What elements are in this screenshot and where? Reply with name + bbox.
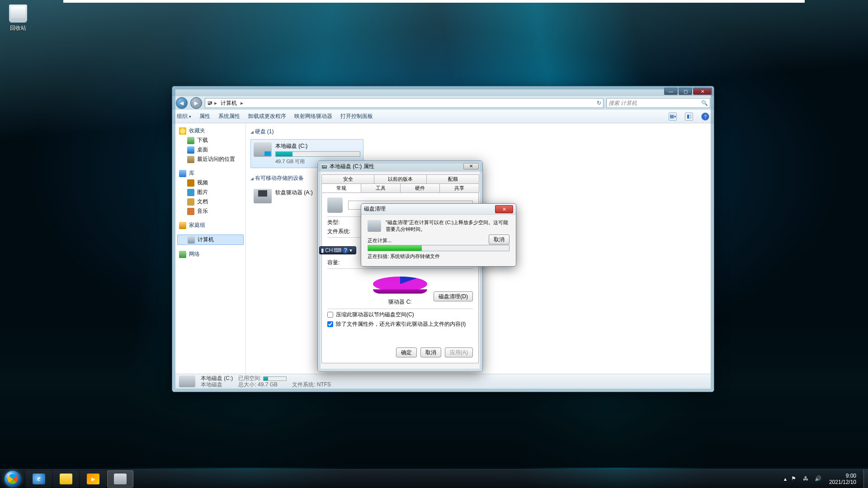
index-checkbox[interactable] xyxy=(327,321,333,327)
explorer-titlebar[interactable]: — ▢ ✕ xyxy=(172,86,714,96)
video-icon xyxy=(187,179,194,187)
group-hard-drives[interactable]: 硬盘 (1) xyxy=(250,126,706,137)
tab-sharing[interactable]: 共享 xyxy=(439,183,479,192)
compress-checkbox[interactable] xyxy=(327,312,333,318)
view-options-button[interactable]: ▦ xyxy=(669,113,677,121)
search-box[interactable]: 搜索 计算机 🔍 xyxy=(606,98,710,108)
star-icon xyxy=(179,127,186,135)
nav-forward-button[interactable]: ► xyxy=(190,97,202,109)
ime-lang: CH xyxy=(325,247,333,253)
sidebar-pictures[interactable]: 图片 xyxy=(175,188,245,197)
recycle-bin[interactable]: 回收站 xyxy=(5,5,32,32)
index-label: 除了文件属性外，还允许索引此驱动器上文件的内容(I) xyxy=(336,320,466,328)
music-icon xyxy=(187,208,194,215)
taskbar-media-player[interactable] xyxy=(80,470,106,488)
toolbar-map-drive[interactable]: 映射网络驱动器 xyxy=(294,113,332,120)
filesystem-label: 文件系统: xyxy=(327,228,354,235)
sidebar-computer[interactable]: 计算机 xyxy=(177,235,244,245)
status-drive-type: 本地磁盘 xyxy=(201,381,233,388)
top-white-strip xyxy=(63,0,805,3)
taskbar-explorer[interactable] xyxy=(53,470,79,488)
recent-icon xyxy=(187,156,194,163)
taskbar-ie[interactable] xyxy=(26,470,52,488)
sidebar-downloads[interactable]: 下载 xyxy=(175,136,245,145)
nav-back-button[interactable]: ◄ xyxy=(176,97,188,109)
homegroup-icon xyxy=(179,222,186,229)
tab-quota[interactable]: 配额 xyxy=(426,174,479,183)
disk-cleanup-dialog: 磁盘清理 ✕ "磁盘清理"正在计算可以在 (C:)上释放多少空间。这可能需要几分… xyxy=(361,203,516,267)
type-label: 类型: xyxy=(327,219,354,226)
sidebar-favorites[interactable]: 收藏夹 xyxy=(175,126,245,136)
help-icon[interactable]: ? xyxy=(701,113,709,121)
tab-general[interactable]: 常规 xyxy=(321,183,361,192)
close-button[interactable]: ✕ xyxy=(693,88,712,95)
search-icon: 🔍 xyxy=(701,100,708,106)
sidebar-libraries[interactable]: 库 xyxy=(175,169,245,178)
organize-menu[interactable]: 组织 xyxy=(177,113,191,120)
library-icon xyxy=(179,170,186,177)
explorer-status-bar: 本地磁盘 (C:) 本地磁盘 已用空间: 总大小: 49.7 GB 文件系统: … xyxy=(175,374,711,389)
sidebar-desktop[interactable]: 桌面 xyxy=(175,145,245,155)
network-icon xyxy=(179,251,186,258)
cancel-button[interactable]: 取消 xyxy=(420,347,441,357)
sidebar-homegroup[interactable]: 家庭组 xyxy=(175,221,245,230)
compress-checkbox-row[interactable]: 压缩此驱动器以节约磁盘空间(C) xyxy=(327,311,473,319)
ime-keyboard-icon[interactable]: ⌨ xyxy=(334,247,341,253)
hdd-icon xyxy=(254,142,272,157)
taskbar-clock[interactable]: 9:00 2021/12/10 xyxy=(826,473,859,485)
cleanup-titlebar[interactable]: 磁盘清理 ✕ xyxy=(361,204,516,215)
sidebar-recent[interactable]: 最近访问的位置 xyxy=(175,155,245,164)
sidebar-network[interactable]: 网络 xyxy=(175,249,245,259)
compress-label: 压缩此驱动器以节约磁盘空间(C) xyxy=(336,311,414,319)
breadcrumb-computer[interactable]: 计算机 xyxy=(219,99,239,107)
preview-pane-button[interactable]: ◧ xyxy=(685,113,693,121)
toolbar-properties[interactable]: 属性 xyxy=(199,113,210,120)
ime-help-icon[interactable]: ? xyxy=(342,247,349,253)
tab-hardware[interactable]: 硬件 xyxy=(400,183,440,192)
index-checkbox-row[interactable]: 除了文件属性外，还允许索引此驱动器上文件的内容(I) xyxy=(327,320,473,328)
tab-tools[interactable]: 工具 xyxy=(361,183,401,192)
ok-button[interactable]: 确定 xyxy=(396,347,417,357)
close-button[interactable]: ✕ xyxy=(495,205,513,213)
ie-icon xyxy=(33,474,45,484)
refresh-icon[interactable]: ↻ xyxy=(597,100,601,106)
drive-c-usage-bar xyxy=(275,151,360,157)
clock-date: 2021/12/10 xyxy=(829,479,856,485)
start-button[interactable] xyxy=(0,469,25,488)
hdd-icon xyxy=(179,375,195,387)
hdd-icon xyxy=(327,197,343,213)
computer-icon xyxy=(188,236,195,244)
address-bar[interactable]: 🖳 ▸ 计算机 ▸ ↻ xyxy=(205,98,604,108)
sidebar-videos[interactable]: 视频 xyxy=(175,178,245,188)
tab-security[interactable]: 安全 xyxy=(321,174,374,183)
tab-previous-versions[interactable]: 以前的版本 xyxy=(374,174,427,183)
apply-button[interactable]: 应用(A) xyxy=(445,347,473,357)
properties-tabs: 安全 以前的版本 配额 常规 工具 硬件 共享 xyxy=(318,172,482,192)
taskbar-disk-cleanup[interactable] xyxy=(107,470,133,488)
tray-overflow-icon[interactable]: ▴ xyxy=(784,476,787,482)
sidebar-documents[interactable]: 文档 xyxy=(175,197,245,206)
close-button[interactable]: ✕ xyxy=(463,163,479,169)
show-desktop-button[interactable] xyxy=(863,469,868,488)
properties-titlebar[interactable]: 🖴 本地磁盘 (C:) 属性 ✕ xyxy=(318,161,482,172)
toolbar-system-properties[interactable]: 系统属性 xyxy=(218,113,240,120)
ime-options-icon[interactable]: ▾ xyxy=(349,247,352,253)
sidebar-music[interactable]: 音乐 xyxy=(175,206,245,216)
minimize-button[interactable]: — xyxy=(664,88,678,95)
cleanup-cancel-button[interactable]: 取消 xyxy=(489,235,509,244)
usage-pie-chart xyxy=(373,272,427,296)
desktop-icon xyxy=(187,146,194,154)
toolbar-control-panel[interactable]: 打开控制面板 xyxy=(340,113,373,120)
action-center-icon[interactable]: ⚑ xyxy=(791,475,798,483)
network-icon[interactable]: 🖧 xyxy=(803,475,810,483)
toolbar-uninstall[interactable]: 卸载或更改程序 xyxy=(248,113,286,120)
search-placeholder: 搜索 计算机 xyxy=(609,99,637,107)
disk-cleanup-button[interactable]: 磁盘清理(D) xyxy=(434,291,473,301)
ime-language-bar[interactable]: ▮ CH ⌨ ? ▾ xyxy=(319,246,356,254)
recycle-bin-label: 回收站 xyxy=(5,24,32,32)
maximize-button[interactable]: ▢ xyxy=(679,88,692,95)
chevron-right-icon: ▸ xyxy=(241,100,243,106)
volume-icon[interactable]: 🔊 xyxy=(815,475,822,483)
status-usage-bar xyxy=(263,376,287,381)
windows-orb-icon xyxy=(5,471,21,487)
